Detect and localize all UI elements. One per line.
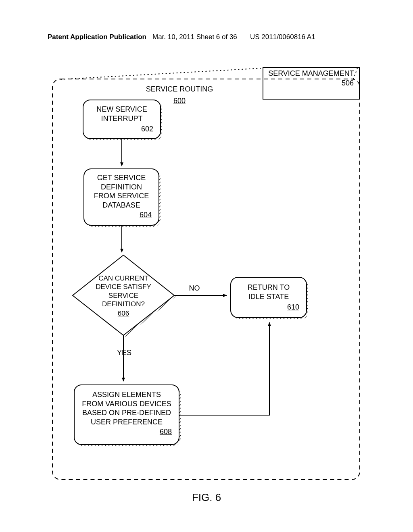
mgmt-line1: SERVICE MANAGEMENT bbox=[268, 69, 354, 77]
title-block: SERVICE ROUTING 600 bbox=[121, 85, 238, 105]
ref-610: 610 bbox=[231, 303, 307, 312]
mgmt-label: SERVICE MANAGEMENT bbox=[263, 69, 359, 78]
label-604: GET SERVICEDEFINITIONFROM SERVICEDATABAS… bbox=[84, 173, 159, 210]
ref-606: 606 bbox=[79, 309, 168, 318]
label-no: NO bbox=[182, 284, 206, 293]
title-ref: 600 bbox=[121, 96, 238, 106]
text-606: CAN CURRENTDEVICE SATISFYSERVICEDEFINITI… bbox=[79, 274, 168, 318]
text-layer: SERVICE ROUTING 600 SERVICE MANAGEMENT 5… bbox=[0, 0, 413, 532]
mgmt-block: SERVICE MANAGEMENT 506 bbox=[263, 69, 359, 87]
text-604: GET SERVICEDEFINITIONFROM SERVICEDATABAS… bbox=[84, 173, 159, 220]
page: Patent Application Publication Mar. 10, … bbox=[0, 0, 413, 532]
figure-caption: FIG. 6 bbox=[0, 491, 413, 504]
label-602: NEW SERVICEINTERRUPT bbox=[83, 105, 161, 123]
ref-604: 604 bbox=[84, 210, 159, 220]
ref-602: 602 bbox=[83, 125, 161, 134]
text-610: RETURN TOIDLE STATE 610 bbox=[231, 283, 307, 312]
title-label: SERVICE ROUTING bbox=[121, 85, 238, 94]
label-610: RETURN TOIDLE STATE bbox=[231, 283, 307, 301]
label-606: CAN CURRENTDEVICE SATISFYSERVICEDEFINITI… bbox=[79, 274, 168, 308]
label-yes: YES bbox=[112, 348, 136, 357]
ref-608: 608 bbox=[74, 427, 179, 436]
mgmt-ref: 506 bbox=[263, 79, 359, 88]
text-608: ASSIGN ELEMENTSFROM VARIOUS DEVICESBASED… bbox=[74, 390, 179, 436]
label-608: ASSIGN ELEMENTSFROM VARIOUS DEVICESBASED… bbox=[74, 390, 179, 426]
text-602: NEW SERVICEINTERRUPT 602 bbox=[83, 105, 161, 134]
